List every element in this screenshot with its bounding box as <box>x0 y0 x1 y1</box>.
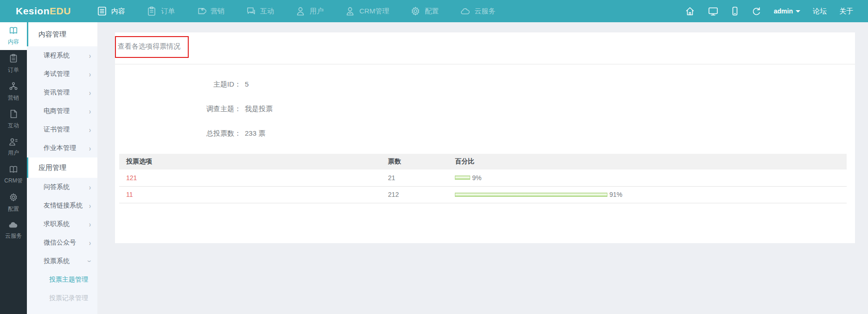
rail-item-crm[interactable]: CRM管 <box>0 161 27 189</box>
vote-results-table: 投票选项 票数 百分比 121 21 9% <box>119 154 847 203</box>
rail-item-marketing[interactable]: 营销 <box>0 78 27 106</box>
chat-icon <box>246 6 256 16</box>
cloud-icon <box>460 6 470 16</box>
table-row: 121 21 9% <box>119 170 847 186</box>
column-header-option: 投票选项 <box>119 154 381 170</box>
share-nodes-icon <box>9 82 18 92</box>
topnav-orders[interactable]: 订单 <box>136 0 185 22</box>
field-value: 5 <box>245 80 249 89</box>
sidebar-item-friend-links[interactable]: 友情链接系统› <box>27 196 97 215</box>
rail-label: 配置 <box>8 205 19 213</box>
sidebar-subitem-vote-record-mgmt[interactable]: 投票记录管理 <box>27 289 97 308</box>
forum-link[interactable]: 论坛 <box>813 7 827 16</box>
rail-label: 云服务 <box>5 232 22 240</box>
mobile-icon[interactable] <box>731 6 739 16</box>
doc-lines-icon <box>97 6 107 16</box>
sidebar-item-course-system[interactable]: 课程系统› <box>27 46 97 65</box>
topnav-marketing[interactable]: 营销 <box>185 0 235 22</box>
topbar-right: admin 论坛 关于 <box>685 6 868 16</box>
topic-detail-fields: 主题ID： 5 调查主题： 我是投票 总投票数： 233 票 <box>115 64 855 138</box>
sidebar-item-vote-system[interactable]: 投票系统› <box>27 252 97 270</box>
field-label: 总投票数： <box>115 129 241 138</box>
column-header-votes: 票数 <box>381 154 448 170</box>
field-total-votes: 总投票数： 233 票 <box>115 129 855 138</box>
monitor-icon[interactable] <box>708 6 719 16</box>
chevron-right-icon: › <box>89 125 91 134</box>
app-logo[interactable]: KesionEDU <box>0 6 86 17</box>
user-menu[interactable]: admin <box>774 7 800 15</box>
book-icon <box>9 26 18 36</box>
rail-item-content[interactable]: 内容 <box>0 22 27 50</box>
chevron-right-icon: › <box>89 88 91 97</box>
rail-item-settings[interactable]: 配置 <box>0 189 27 217</box>
sidebar-item-job-system[interactable]: 求职系统› <box>27 215 97 233</box>
vote-count: 212 <box>381 186 448 203</box>
rail-item-users[interactable]: 用户 <box>0 133 27 161</box>
tag-icon <box>196 6 206 16</box>
topnav-cloud[interactable]: 云服务 <box>449 0 506 22</box>
gear-icon <box>410 6 421 16</box>
sidebar-subitem-vote-topic-mgmt[interactable]: 投票主题管理 <box>27 270 97 289</box>
user-badge-icon <box>345 6 355 16</box>
sidebar-item-wechat-official[interactable]: 微信公众号› <box>27 233 97 252</box>
table-row: 11 212 91% <box>119 186 847 203</box>
vote-option-link[interactable]: 121 <box>126 174 137 182</box>
field-label: 主题ID： <box>115 80 241 89</box>
sidebar-item-workbook-mgmt[interactable]: 作业本管理› <box>27 139 97 157</box>
topnav-label: 云服务 <box>474 7 495 16</box>
rail-label: 用户 <box>8 149 19 157</box>
chevron-right-icon: › <box>89 220 91 229</box>
chevron-right-icon: › <box>89 69 91 79</box>
chevron-right-icon: › <box>89 144 91 153</box>
about-link[interactable]: 关于 <box>839 7 853 16</box>
rail-item-interaction[interactable]: 互动 <box>0 106 27 133</box>
home-icon[interactable] <box>685 6 695 16</box>
topnav-label: 配置 <box>425 7 439 16</box>
vote-count: 21 <box>381 170 448 186</box>
sidebar-item-exam-mgmt[interactable]: 考试管理› <box>27 65 97 83</box>
topnav-interaction[interactable]: 互动 <box>235 0 285 22</box>
sidebar-item-ecommerce-mgmt[interactable]: 电商管理› <box>27 102 97 120</box>
percent-label: 91% <box>609 191 622 198</box>
chevron-right-icon: › <box>89 182 91 192</box>
field-topic-id: 主题ID： 5 <box>115 80 855 89</box>
top-nav: 内容 订单 营销 互动 用户 CRM管理 配置 云服务 <box>86 0 506 22</box>
rail-label: 内容 <box>8 38 19 46</box>
refresh-icon[interactable] <box>751 6 761 16</box>
clipboard-icon <box>9 54 18 64</box>
rail-item-cloud[interactable]: 云服务 <box>0 217 27 245</box>
sidebar-item-certificate-mgmt[interactable]: 证书管理› <box>27 120 97 139</box>
logo-brand: Kesion <box>16 6 50 16</box>
chevron-down-icon: › <box>85 260 95 262</box>
rail-label: 订单 <box>8 66 19 74</box>
percent-label: 9% <box>472 174 481 182</box>
topnav-label: CRM管理 <box>359 7 389 16</box>
chevron-right-icon: › <box>89 201 91 210</box>
chevron-right-icon: › <box>89 107 91 116</box>
topnav-content[interactable]: 内容 <box>86 0 136 22</box>
page-title-annotation-box: 查看各选项得票情况 <box>115 36 189 58</box>
file-icon <box>10 109 18 120</box>
topnav-users[interactable]: 用户 <box>285 0 334 22</box>
rail-label: CRM管 <box>4 177 22 185</box>
topnav-crm[interactable]: CRM管理 <box>334 0 400 22</box>
sidebar-item-news-mgmt[interactable]: 资讯管理› <box>27 83 97 102</box>
field-survey-topic: 调查主题： 我是投票 <box>115 105 855 113</box>
clipboard-icon <box>147 6 157 16</box>
sidebar-item-qa-system[interactable]: 问答系统› <box>27 178 97 196</box>
rail-label: 互动 <box>8 122 19 130</box>
topnav-label: 营销 <box>211 7 224 16</box>
field-value: 我是投票 <box>245 105 273 113</box>
user-lines-icon <box>9 138 18 147</box>
topnav-settings[interactable]: 配置 <box>400 0 449 22</box>
column-header-percent: 百分比 <box>448 154 847 170</box>
logo-suffix: EDU <box>50 6 71 16</box>
vote-option-link[interactable]: 11 <box>126 191 133 198</box>
chevron-right-icon: › <box>89 51 91 60</box>
rail-item-orders[interactable]: 订单 <box>0 50 27 78</box>
table-header-row: 投票选项 票数 百分比 <box>119 154 847 170</box>
sidebar: 内容管理 课程系统› 考试管理› 资讯管理› 电商管理› 证书管理› 作业本管理… <box>27 22 97 314</box>
gear-icon <box>9 193 18 203</box>
rail-label: 营销 <box>8 94 19 102</box>
topnav-label: 互动 <box>260 7 274 16</box>
